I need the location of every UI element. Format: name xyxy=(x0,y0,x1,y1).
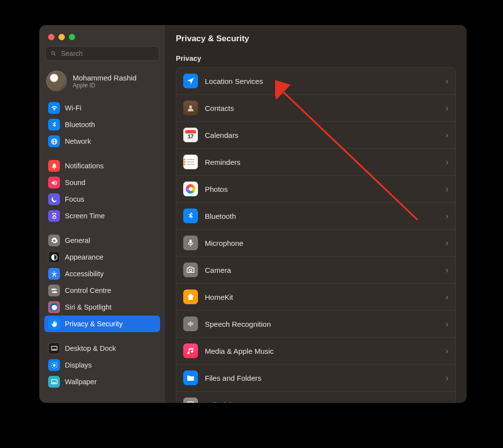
row-label: Photos xyxy=(205,185,439,193)
wifi-icon xyxy=(48,102,60,114)
minimize-window-button[interactable] xyxy=(58,34,65,40)
hourglass-icon xyxy=(48,210,60,222)
page-title: Privacy & Security xyxy=(176,34,456,44)
sidebar-item-desktop-dock[interactable]: Desktop & Dock xyxy=(44,340,160,357)
home-icon xyxy=(183,290,198,304)
sidebar-item-sound[interactable]: Sound xyxy=(44,174,160,191)
sidebar-item-wi-fi[interactable]: Wi-Fi xyxy=(44,100,160,116)
privacy-row-photos[interactable]: Photos› xyxy=(176,176,455,203)
bluetooth-icon xyxy=(183,209,198,223)
chevron-right-icon: › xyxy=(446,265,448,274)
sidebar-item-label: Displays xyxy=(65,361,92,369)
sidebar-item-label: Network xyxy=(65,137,91,145)
sidebar-item-label: Notifications xyxy=(65,162,104,170)
sidebar-item-appearance[interactable]: Appearance xyxy=(44,249,160,265)
dock-icon xyxy=(48,343,60,354)
sidebar-item-label: General xyxy=(65,237,90,244)
camera-icon xyxy=(183,263,198,277)
window-controls xyxy=(39,31,165,46)
search-input[interactable] xyxy=(61,50,154,57)
switches-icon xyxy=(48,285,60,296)
search-field[interactable] xyxy=(45,46,159,61)
sidebar-item-control-centre[interactable]: Control Centre xyxy=(44,282,160,299)
sidebar-item-label: Desktop & Dock xyxy=(65,344,116,352)
search-icon xyxy=(50,50,57,57)
apple-id-profile[interactable]: Mohammed Rashid Apple ID xyxy=(39,66,165,98)
folder-icon xyxy=(183,370,198,385)
row-label: Calendars xyxy=(205,131,439,139)
gear-icon xyxy=(48,235,60,246)
bell-icon xyxy=(48,160,60,172)
speaker-icon xyxy=(48,177,60,188)
privacy-row-full-disk-access[interactable]: Full Disk Access› xyxy=(176,392,455,403)
privacy-row-calendars[interactable]: 17Calendars› xyxy=(176,122,455,149)
globe-icon xyxy=(48,135,60,147)
row-label: Bluetooth xyxy=(205,212,439,220)
waveform-icon xyxy=(183,316,198,331)
chevron-right-icon: › xyxy=(446,131,448,139)
sidebar-item-privacy-security[interactable]: Privacy & Security xyxy=(44,316,160,332)
sidebar-item-bluetooth[interactable]: Bluetooth xyxy=(44,116,160,133)
sidebar-item-screen-time[interactable]: Screen Time xyxy=(44,208,160,224)
privacy-list: Location Services›Contacts›17Calendars›R… xyxy=(176,67,456,403)
music-icon xyxy=(183,343,198,358)
row-label: Files and Folders xyxy=(205,374,439,382)
privacy-row-files-and-folders[interactable]: Files and Folders› xyxy=(176,365,455,392)
wallpaper-icon xyxy=(48,376,60,388)
row-label: Reminders xyxy=(205,158,439,166)
avatar xyxy=(46,71,67,91)
sidebar-item-siri-spotlight[interactable]: Siri & Spotlight xyxy=(44,299,160,316)
sidebar-item-notifications[interactable]: Notifications xyxy=(44,158,160,174)
row-label: Location Services xyxy=(205,77,439,85)
siri-icon xyxy=(48,301,60,313)
privacy-row-microphone[interactable]: Microphone› xyxy=(176,230,455,257)
privacy-row-contacts[interactable]: Contacts› xyxy=(176,95,455,122)
sidebar-item-label: Appearance xyxy=(65,253,103,261)
settings-window: Mohammed Rashid Apple ID Wi-FiBluetoothN… xyxy=(39,25,467,403)
sidebar-item-label: Wi-Fi xyxy=(65,104,82,112)
sidebar-item-general[interactable]: General xyxy=(44,232,160,249)
chevron-right-icon: › xyxy=(446,238,448,247)
chevron-right-icon: › xyxy=(446,211,448,220)
sidebar-item-label: Control Centre xyxy=(65,287,111,294)
sidebar-item-wallpaper[interactable]: Wallpaper xyxy=(44,373,160,390)
sidebar-item-label: Siri & Spotlight xyxy=(65,303,112,311)
fullscreen-window-button[interactable] xyxy=(69,34,75,40)
calendar-icon: 17 xyxy=(183,128,198,142)
chevron-right-icon: › xyxy=(446,373,448,382)
sidebar-item-accessibility[interactable]: Accessibility xyxy=(44,265,160,282)
section-title: Privacy xyxy=(176,54,456,62)
sidebar-item-label: Sound xyxy=(65,179,85,186)
appearance-icon xyxy=(48,251,60,263)
sidebar-item-label: Wallpaper xyxy=(65,378,97,386)
row-label: Media & Apple Music xyxy=(205,347,439,355)
privacy-row-camera[interactable]: Camera› xyxy=(176,257,455,284)
row-label: Microphone xyxy=(205,239,439,247)
privacy-row-location-services[interactable]: Location Services› xyxy=(176,68,455,95)
sidebar-item-label: Screen Time xyxy=(65,212,105,220)
moon-icon xyxy=(48,193,60,205)
privacy-row-bluetooth[interactable]: Bluetooth› xyxy=(176,203,455,230)
sidebar-item-network[interactable]: Network xyxy=(44,133,160,150)
chevron-right-icon: › xyxy=(446,400,448,403)
chevron-right-icon: › xyxy=(446,77,448,85)
row-label: HomeKit xyxy=(205,293,439,301)
location-icon xyxy=(183,74,198,88)
contacts-icon xyxy=(183,101,198,115)
profile-subtitle: Apple ID xyxy=(73,82,137,89)
sidebar-item-label: Privacy & Security xyxy=(65,320,123,328)
profile-name: Mohammed Rashid xyxy=(73,74,137,82)
sidebar-item-label: Accessibility xyxy=(65,270,104,278)
privacy-row-reminders[interactable]: Reminders› xyxy=(176,149,455,176)
privacy-row-media-apple-music[interactable]: Media & Apple Music› xyxy=(176,338,455,365)
close-window-button[interactable] xyxy=(48,34,55,40)
accessibility-icon xyxy=(48,268,60,280)
sidebar-item-label: Focus xyxy=(65,195,84,203)
sidebar-item-displays[interactable]: Displays xyxy=(44,357,160,373)
chevron-right-icon: › xyxy=(446,158,448,166)
disk-icon xyxy=(183,397,198,403)
sidebar-item-focus[interactable]: Focus xyxy=(44,191,160,208)
privacy-row-speech-recognition[interactable]: Speech Recognition› xyxy=(176,311,455,338)
row-label: Full Disk Access xyxy=(205,401,439,403)
privacy-row-homekit[interactable]: HomeKit› xyxy=(176,284,455,311)
